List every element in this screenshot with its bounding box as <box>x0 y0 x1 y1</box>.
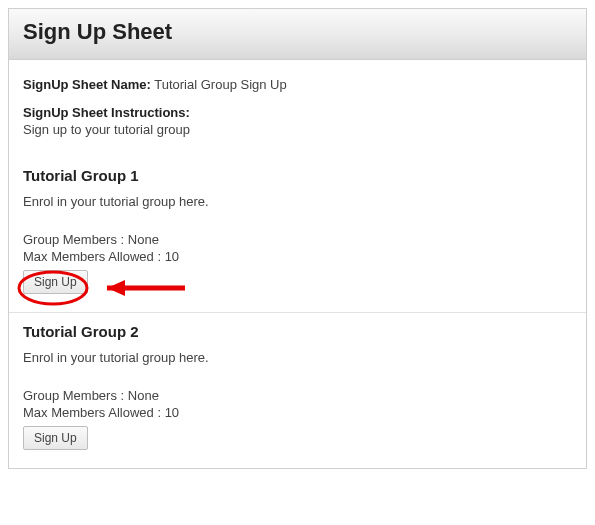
sheet-name-label: SignUp Sheet Name: <box>23 77 151 92</box>
group-1-members: Group Members : None <box>23 231 572 249</box>
group-2: Tutorial Group 2 Enrol in your tutorial … <box>9 313 586 468</box>
group-1-max-value: 10 <box>165 249 179 264</box>
group-2-max: Max Members Allowed : 10 <box>23 404 572 422</box>
sign-up-button-2[interactable]: Sign Up <box>23 426 88 450</box>
group-1-description: Enrol in your tutorial group here. <box>23 194 572 209</box>
panel-content: SignUp Sheet Name: Tutorial Group Sign U… <box>9 60 586 468</box>
page-title: Sign Up Sheet <box>23 19 572 45</box>
group-1-stats: Group Members : None Max Members Allowed… <box>23 231 572 266</box>
panel-header: Sign Up Sheet <box>9 9 586 60</box>
sign-up-button-1[interactable]: Sign Up <box>23 270 88 294</box>
group-1-max-label: Max Members Allowed : <box>23 249 161 264</box>
group-2-members-value: None <box>128 388 159 403</box>
group-2-members: Group Members : None <box>23 387 572 405</box>
group-1-title: Tutorial Group 1 <box>23 167 572 184</box>
group-2-members-label: Group Members : <box>23 388 124 403</box>
group-2-stats: Group Members : None Max Members Allowed… <box>23 387 572 422</box>
sheet-instructions-value: Sign up to your tutorial group <box>23 121 572 139</box>
sheet-instructions-label: SignUp Sheet Instructions: <box>23 104 572 122</box>
sheet-name-value: Tutorial Group Sign Up <box>154 77 286 92</box>
svg-marker-2 <box>107 280 125 296</box>
group-2-max-value: 10 <box>165 405 179 420</box>
sheet-meta: SignUp Sheet Name: Tutorial Group Sign U… <box>9 60 586 157</box>
group-2-description: Enrol in your tutorial group here. <box>23 350 572 365</box>
group-1-members-value: None <box>128 232 159 247</box>
group-1-members-label: Group Members : <box>23 232 124 247</box>
group-2-max-label: Max Members Allowed : <box>23 405 161 420</box>
sheet-name-row: SignUp Sheet Name: Tutorial Group Sign U… <box>23 76 572 94</box>
signup-panel: Sign Up Sheet SignUp Sheet Name: Tutoria… <box>8 8 587 469</box>
group-2-title: Tutorial Group 2 <box>23 323 572 340</box>
sheet-instructions-row: SignUp Sheet Instructions: Sign up to yo… <box>23 104 572 139</box>
group-1-max: Max Members Allowed : 10 <box>23 248 572 266</box>
group-1: Tutorial Group 1 Enrol in your tutorial … <box>9 157 586 313</box>
